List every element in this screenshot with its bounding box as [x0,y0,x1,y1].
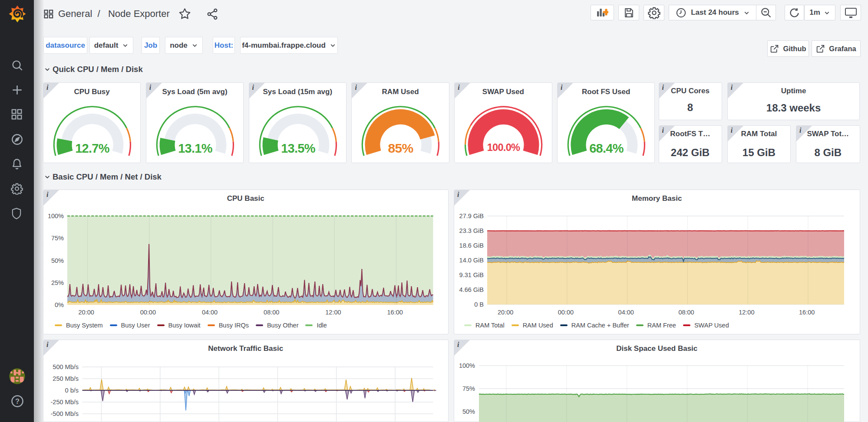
svg-text:?: ? [15,397,20,405]
svg-text:68.4%: 68.4% [589,141,624,155]
svg-text:85%: 85% [388,141,413,155]
svg-text:13.1%: 13.1% [178,141,213,155]
svg-text:13.5%: 13.5% [281,141,316,155]
svg-text:100.0%: 100.0% [487,142,520,153]
svg-text:12.7%: 12.7% [75,141,110,155]
